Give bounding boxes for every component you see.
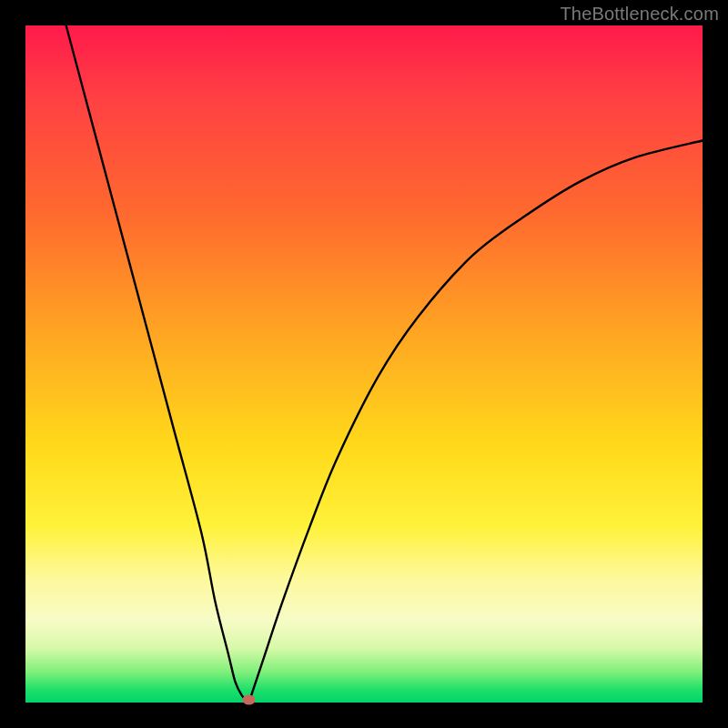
bottleneck-curve bbox=[66, 25, 703, 706]
minimum-marker bbox=[243, 695, 256, 705]
plot-area bbox=[25, 25, 703, 703]
curve-layer bbox=[25, 25, 703, 703]
watermark-text: TheBottleneck.com bbox=[560, 4, 719, 25]
